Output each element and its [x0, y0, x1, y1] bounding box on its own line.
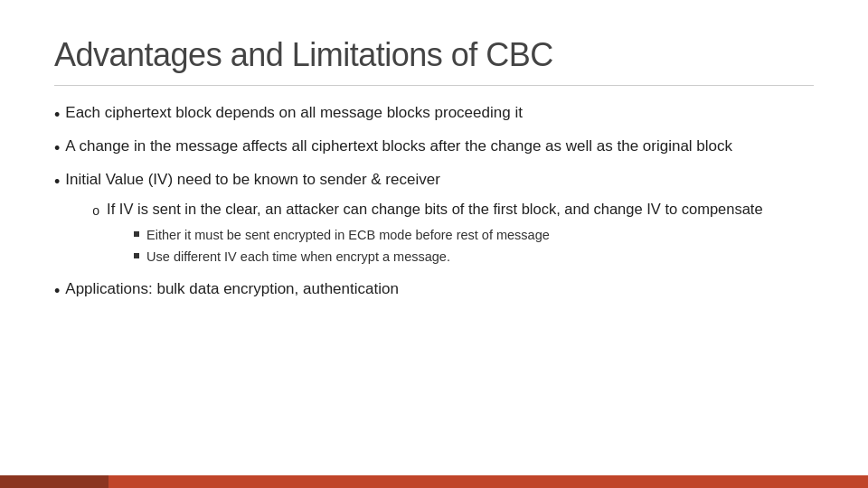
bullet-item-4: • Applications: bulk data encryption, au… — [54, 278, 814, 303]
bullet-dot-1: • — [54, 103, 60, 127]
bullet-text-4: Applications: bulk data encryption, auth… — [65, 278, 814, 301]
sub-sub-item-1: Either it must be sent encrypted in ECB … — [134, 226, 814, 244]
content-area: • Each ciphertext block depends on all m… — [54, 102, 814, 303]
bullet-dot-4: • — [54, 279, 60, 303]
bullet-item-1: • Each ciphertext block depends on all m… — [54, 102, 814, 127]
sub-bullet-text-1: If IV is sent in the clear, an attacker … — [107, 199, 814, 270]
bullet-item-3: • Initial Value (IV) need to be known to… — [54, 169, 814, 269]
slide-container: Advantages and Limitations of CBC • Each… — [0, 0, 868, 488]
bottom-bar-accent — [0, 475, 108, 488]
sub-sub-text-2: Use different IV each time when encrypt … — [146, 248, 814, 266]
sub-bullet-1: o If IV is sent in the clear, an attacke… — [92, 199, 814, 270]
sub-sub-text-1: Either it must be sent encrypted in ECB … — [146, 226, 814, 244]
bullet-dot-2: • — [54, 136, 60, 160]
bullet-item-2: • A change in the message affects all ci… — [54, 136, 814, 160]
bullet-dot-3: • — [54, 170, 60, 193]
sub-sub-dot-2 — [134, 253, 139, 258]
bottom-bar — [0, 475, 868, 488]
bullet-text-2: A change in the message affects all ciph… — [65, 136, 814, 158]
title-area: Advantages and Limitations of CBC — [54, 36, 814, 86]
sub-sub-bullets: Either it must be sent encrypted in ECB … — [134, 226, 814, 267]
sub-sub-item-2: Use different IV each time when encrypt … — [134, 248, 814, 266]
bullet-text-3: Initial Value (IV) need to be known to s… — [65, 169, 814, 269]
bullet-text-1: Each ciphertext block depends on all mes… — [65, 102, 814, 125]
slide-title: Advantages and Limitations of CBC — [54, 36, 814, 74]
sub-sub-dot-1 — [134, 231, 139, 237]
sub-bullet-dot-1: o — [92, 202, 99, 220]
